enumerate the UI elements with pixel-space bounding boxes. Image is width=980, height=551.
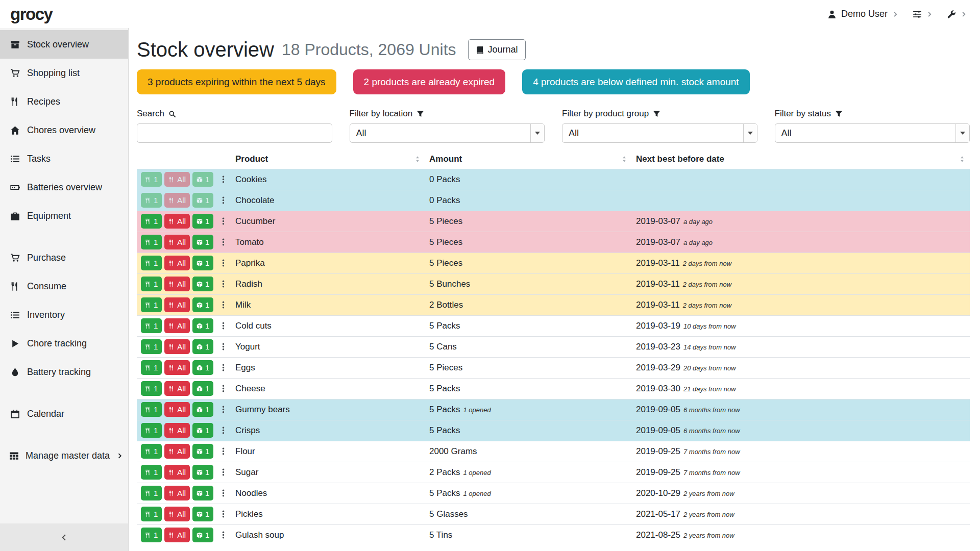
consume-all-button[interactable]: All [164, 486, 190, 500]
open-one-button[interactable]: 1 [192, 339, 213, 354]
sort-icon[interactable] [414, 156, 421, 163]
consume-all-button[interactable]: All [164, 172, 190, 187]
row-menu-button[interactable] [217, 489, 230, 497]
row-menu-button[interactable] [217, 363, 230, 372]
open-one-button[interactable]: 1 [192, 381, 213, 396]
expiring-alert[interactable]: 3 products expiring within the next 5 da… [137, 69, 336, 94]
row-menu-button[interactable] [217, 217, 230, 226]
consume-all-button[interactable]: All [164, 235, 190, 249]
consume-one-button[interactable]: 1 [141, 360, 162, 375]
location-select[interactable]: All [350, 123, 545, 143]
open-one-button[interactable]: 1 [192, 318, 213, 333]
row-menu-button[interactable] [217, 300, 230, 309]
consume-one-button[interactable]: 1 [141, 465, 162, 480]
open-one-button[interactable]: 1 [192, 297, 213, 312]
open-one-button[interactable]: 1 [192, 444, 213, 459]
open-one-button[interactable]: 1 [192, 423, 213, 438]
consume-one-button[interactable]: 1 [141, 486, 162, 500]
consume-all-button[interactable]: All [164, 277, 190, 291]
row-menu-button[interactable] [217, 468, 230, 477]
sidebar-item-equipment[interactable]: Equipment [0, 202, 128, 230]
settings-menu[interactable] [913, 10, 933, 19]
search-input[interactable] [137, 123, 332, 143]
sidebar-item-chores-overview[interactable]: Chores overview [0, 116, 128, 144]
consume-all-button[interactable]: All [164, 402, 190, 417]
open-one-button[interactable]: 1 [192, 402, 213, 417]
consume-one-button[interactable]: 1 [141, 339, 162, 354]
consume-one-button[interactable]: 1 [141, 193, 162, 208]
open-one-button[interactable]: 1 [192, 277, 213, 291]
consume-one-button[interactable]: 1 [141, 172, 162, 187]
admin-menu[interactable] [947, 10, 967, 19]
sidebar-item-calendar[interactable]: Calendar [0, 399, 128, 428]
row-menu-button[interactable] [217, 384, 230, 393]
open-one-button[interactable]: 1 [192, 235, 213, 249]
consume-one-button[interactable]: 1 [141, 423, 162, 438]
consume-all-button[interactable]: All [164, 507, 190, 521]
sidebar-item-battery-tracking[interactable]: Battery tracking [0, 358, 128, 386]
row-menu-button[interactable] [217, 510, 230, 518]
open-one-button[interactable]: 1 [192, 528, 213, 542]
sidebar-item-consume[interactable]: Consume [0, 272, 128, 300]
sidebar-item-chore-tracking[interactable]: Chore tracking [0, 329, 128, 358]
user-menu[interactable]: Demo User [827, 9, 898, 19]
consume-one-button[interactable]: 1 [141, 214, 162, 229]
row-menu-button[interactable] [217, 175, 230, 184]
open-one-button[interactable]: 1 [192, 465, 213, 480]
sidebar-item-batteries-overview[interactable]: Batteries overview [0, 173, 128, 202]
sidebar-item-stock-overview[interactable]: Stock overview [0, 30, 128, 59]
row-menu-button[interactable] [217, 238, 230, 246]
journal-button[interactable]: Journal [468, 39, 526, 60]
sidebar-item-inventory[interactable]: Inventory [0, 300, 128, 329]
product-column-header[interactable]: Product [231, 150, 425, 169]
open-one-button[interactable]: 1 [192, 256, 213, 270]
row-menu-button[interactable] [217, 196, 230, 205]
status-select[interactable]: All [775, 123, 970, 143]
sort-icon[interactable] [621, 156, 628, 163]
consume-one-button[interactable]: 1 [141, 256, 162, 270]
consume-one-button[interactable]: 1 [141, 235, 162, 249]
below-min-stock-alert[interactable]: 4 products are below defined min. stock … [522, 69, 749, 94]
consume-all-button[interactable]: All [164, 339, 190, 354]
row-menu-button[interactable] [217, 426, 230, 435]
sidebar-item-recipes[interactable]: Recipes [0, 87, 128, 116]
consume-all-button[interactable]: All [164, 465, 190, 480]
consume-one-button[interactable]: 1 [141, 277, 162, 291]
sidebar-item-purchase[interactable]: Purchase [0, 243, 128, 272]
expired-alert[interactable]: 2 products are already expired [353, 69, 506, 94]
open-one-button[interactable]: 1 [192, 172, 213, 187]
open-one-button[interactable]: 1 [192, 193, 213, 208]
open-one-button[interactable]: 1 [192, 507, 213, 521]
app-logo[interactable]: grocy [10, 5, 52, 24]
row-menu-button[interactable] [217, 342, 230, 351]
consume-all-button[interactable]: All [164, 256, 190, 270]
consume-one-button[interactable]: 1 [141, 297, 162, 312]
consume-one-button[interactable]: 1 [141, 528, 162, 542]
consume-one-button[interactable]: 1 [141, 381, 162, 396]
sidebar-item-manage-master-data[interactable]: Manage master data [0, 441, 128, 470]
consume-all-button[interactable]: All [164, 360, 190, 375]
sidebar-collapse-button[interactable] [0, 523, 128, 551]
consume-all-button[interactable]: All [164, 318, 190, 333]
open-one-button[interactable]: 1 [192, 486, 213, 500]
consume-one-button[interactable]: 1 [141, 507, 162, 521]
consume-one-button[interactable]: 1 [141, 402, 162, 417]
consume-all-button[interactable]: All [164, 423, 190, 438]
row-menu-button[interactable] [217, 405, 230, 414]
row-menu-button[interactable] [217, 531, 230, 539]
best-before-column-header[interactable]: Next best before date [632, 150, 970, 169]
open-one-button[interactable]: 1 [192, 360, 213, 375]
consume-one-button[interactable]: 1 [141, 444, 162, 459]
consume-all-button[interactable]: All [164, 528, 190, 542]
row-menu-button[interactable] [217, 321, 230, 330]
row-menu-button[interactable] [217, 280, 230, 288]
consume-all-button[interactable]: All [164, 193, 190, 208]
row-menu-button[interactable] [217, 259, 230, 267]
consume-all-button[interactable]: All [164, 297, 190, 312]
consume-all-button[interactable]: All [164, 214, 190, 229]
sidebar-item-tasks[interactable]: Tasks [0, 144, 128, 173]
sidebar-item-shopping-list[interactable]: Shopping list [0, 59, 128, 87]
sort-icon[interactable] [959, 156, 966, 163]
amount-column-header[interactable]: Amount [425, 150, 632, 169]
open-one-button[interactable]: 1 [192, 214, 213, 229]
